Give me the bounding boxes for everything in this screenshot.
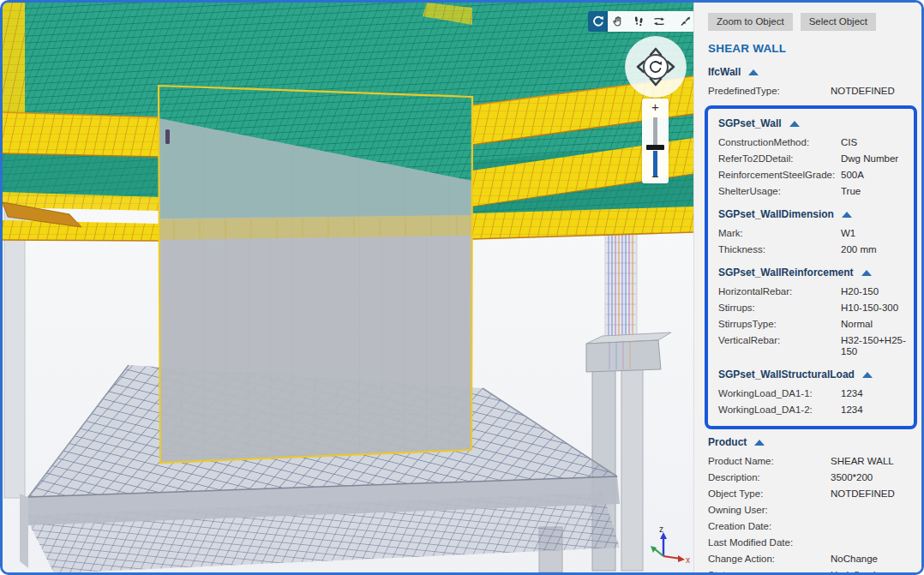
property-label: Change Action: [708,554,831,565]
property-label: ShelterUsage: [718,186,841,197]
zoom-in-button[interactable]: + [642,99,669,114]
ceiling-slab-left[interactable] [3,3,159,241]
property-row: Object Type: NOTDEFINED [708,488,913,500]
swap-arrows-icon [652,15,666,28]
section-header-sgpset-wallstructuralload[interactable]: SGPset_WallStructuralLoad [718,368,914,380]
property-value: Dwg Number [841,153,898,165]
property-row: ReferTo2DDetail: Dwg Number [718,153,914,165]
zoom-out-button[interactable]: − [642,169,669,183]
column-3d-left[interactable] [4,202,25,498]
zoom-extents-button[interactable] [675,11,695,32]
property-label: WorkingLoad_DA1-1: [718,388,841,399]
property-label: ReferTo2DDetail: [718,153,841,165]
property-row: Thickness: 200 mm [718,244,914,255]
zoom-to-object-button[interactable]: Zoom to Object [708,13,793,31]
property-row: Stirrups: H10-150-300 [718,302,914,314]
property-label: Product Name: [708,456,831,467]
property-label: State: [708,570,831,572]
collapse-triangle-icon[interactable] [842,212,852,218]
property-value: Undefined [831,570,875,572]
property-row: ConstructionMethod: CIS [718,137,914,148]
section-header-sgpset-wallreinforcement[interactable]: SGPset_WallReinforcement [718,267,914,279]
property-label: PredefinedType: [708,86,831,97]
property-value: True [841,186,861,197]
walk-footprints-button[interactable] [628,11,649,32]
property-value: W1 [841,228,855,239]
app-window: z x [0,0,924,575]
property-label: WorkingLoad_DA1-2: [718,404,841,416]
property-label: Last Modified Date: [708,537,831,548]
corbel-3d[interactable] [586,332,671,372]
swap-arrows-button[interactable] [649,11,669,32]
property-value: NOTDEFINED [831,86,895,97]
property-row: Last Modified Date: [708,537,913,548]
property-row: PredefinedType: NOTDEFINED [708,86,913,97]
section-header-sgpset-walldimension[interactable]: SGPset_WallDimension [718,208,914,220]
3d-viewport[interactable]: z x [3,3,693,572]
walk-footprints-icon [632,15,645,28]
orbit-rotate-icon [591,15,605,28]
collapse-triangle-icon[interactable] [862,372,873,378]
property-value: Normal [841,319,873,330]
collapse-triangle-icon[interactable] [748,69,759,75]
property-row: WorkingLoad_DA1-2: 1234 [718,404,914,416]
axis-triad: z x [651,524,690,565]
property-row: HorizontalRebar: H20-150 [718,286,914,297]
section-header-product[interactable]: Product [708,436,913,448]
section-header-label: SGPset_Wall [718,117,782,129]
zoom-track-upper[interactable] [653,117,657,146]
section-header-label: SGPset_WallStructuralLoad [718,368,855,380]
property-label: Creation Date: [708,521,831,532]
property-value: H10-150-300 [841,302,898,314]
property-value: 1234 [841,404,863,416]
property-label: Mark: [718,228,841,239]
property-value: SHEAR WALL [831,456,894,467]
property-value: CIS [841,137,857,148]
properties-panel: Zoom to Object Select Object SHEAR WALL … [693,3,921,572]
section-header-sgpset-wall[interactable]: SGPset_Wall [718,117,914,129]
property-value: 1234 [841,388,863,399]
nav-center-rotate-button[interactable] [644,55,668,79]
highlight-annotation-box: SGPset_Wall ConstructionMethod: CIS Refe… [705,105,917,429]
rebar-column-3d[interactable] [605,232,637,338]
section-header-ifcwall[interactable]: IfcWall [708,66,913,78]
property-row: WorkingLoad_DA1-1: 1234 [718,388,914,399]
beam-3d-left-b[interactable] [3,220,159,241]
property-label: StirrupsType: [718,319,841,330]
property-row: Description: 3500*200 [708,472,913,483]
property-row: State: Undefined [708,570,913,572]
property-label: HorizontalRebar: [718,286,841,297]
property-label: Thickness: [718,244,841,255]
section-header-label: IfcWall [708,66,741,78]
section-header-label: SGPset_WallDimension [718,208,834,220]
property-label: ConstructionMethod: [718,137,841,148]
pan-hand-button[interactable] [608,11,628,32]
zoom-extents-icon [678,15,692,28]
property-label: Stirrups: [718,302,841,314]
property-label: Object Type: [708,488,831,500]
zoom-slider[interactable]: + − [642,99,669,183]
collapse-triangle-icon[interactable] [789,121,800,127]
platform-left-face [20,494,28,568]
collapse-triangle-icon[interactable] [861,270,872,276]
navigation-ring[interactable] [623,34,688,99]
property-label: Description: [708,472,831,483]
property-value: H32-150+H25-150 [841,335,914,357]
axis-label-x: x [686,555,690,565]
property-value: NoChange [831,554,878,565]
section-header-label: Product [708,436,747,448]
select-object-button[interactable]: Select Object [801,13,876,31]
property-row: Change Action: NoChange [708,554,913,565]
orbit-rotate-button[interactable] [588,11,608,32]
property-row: ShelterUsage: True [718,186,914,197]
property-value: H20-150 [841,286,879,297]
collapse-triangle-icon[interactable] [754,440,765,446]
view-toolbar [588,11,695,32]
property-row: StirrupsType: Normal [718,319,914,330]
axis-label-z: z [659,524,663,534]
beam-3d-left-a[interactable] [3,112,159,157]
property-label: VerticalRebar: [718,335,841,357]
property-row: ReinforcementSteelGrade: 500A [718,170,914,181]
zoom-slider-handle[interactable] [646,145,664,150]
wall-rebar-mark [165,129,170,144]
